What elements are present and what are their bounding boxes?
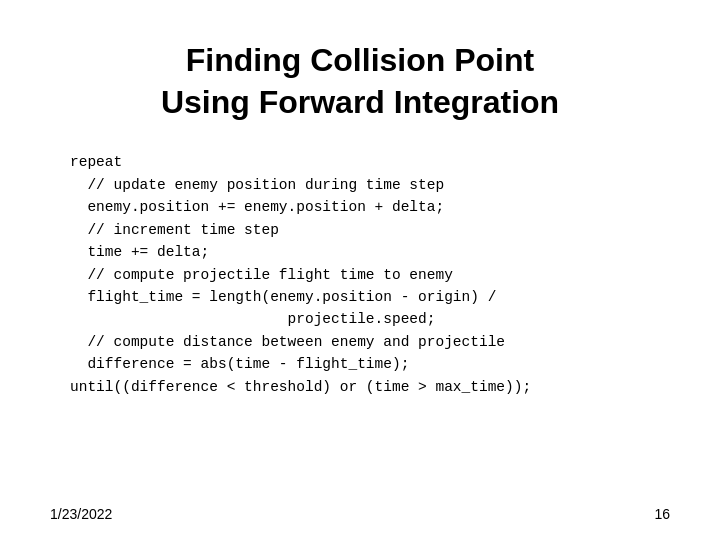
title-line2: Using Forward Integration [161, 84, 559, 120]
code-area: repeat // update enemy position during t… [50, 151, 670, 398]
footer-area: 1/23/2022 16 [50, 506, 670, 522]
code-line-6: // compute projectile flight time to ene… [70, 264, 670, 286]
footer-page: 16 [654, 506, 670, 522]
code-line-9: // compute distance between enemy and pr… [70, 331, 670, 353]
title-area: Finding Collision Point Using Forward In… [50, 30, 670, 123]
code-line-1: repeat [70, 151, 670, 173]
code-line-2: // update enemy position during time ste… [70, 174, 670, 196]
slide-title: Finding Collision Point Using Forward In… [50, 40, 670, 123]
code-line-10: difference = abs(time - flight_time); [70, 353, 670, 375]
footer-date: 1/23/2022 [50, 506, 112, 522]
code-line-4: // increment time step [70, 219, 670, 241]
code-line-5: time += delta; [70, 241, 670, 263]
code-line-8: projectile.speed; [70, 308, 670, 330]
code-line-11: until((difference < threshold) or (time … [70, 376, 670, 398]
title-line1: Finding Collision Point [186, 42, 534, 78]
code-line-7: flight_time = length(enemy.position - or… [70, 286, 670, 308]
slide-container: Finding Collision Point Using Forward In… [0, 0, 720, 540]
code-line-3: enemy.position += enemy.position + delta… [70, 196, 670, 218]
